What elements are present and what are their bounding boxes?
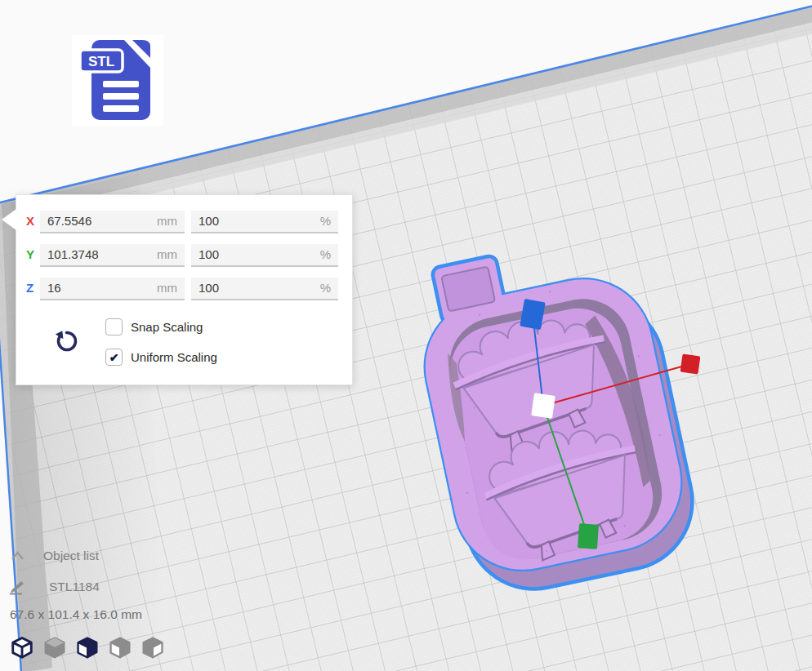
cube-front-view-icon xyxy=(42,636,67,660)
z-percent-field[interactable]: 100 % xyxy=(191,278,338,300)
rotate-ccw-reset-icon xyxy=(53,327,81,355)
snap-scaling-row: Snap Scaling xyxy=(105,318,203,336)
y-percent-unit: % xyxy=(320,247,331,261)
object-item-name: STL1184 xyxy=(49,580,100,594)
snap-scaling-label: Snap Scaling xyxy=(131,320,203,334)
view-front-button[interactable] xyxy=(41,635,68,663)
uniform-scaling-row: ✔ Uniform Scaling xyxy=(105,349,217,366)
z-percent-unit: % xyxy=(320,281,331,295)
object-list-toggle[interactable]: Object list xyxy=(10,549,99,563)
object-list-item[interactable]: STL1184 xyxy=(8,578,100,596)
z-size-field[interactable]: 16 mm xyxy=(40,278,185,300)
scale-handle-y[interactable] xyxy=(578,523,599,549)
x-percent-field[interactable]: 100 % xyxy=(191,211,338,233)
scale-handle-center[interactable] xyxy=(531,393,555,418)
y-size-field[interactable]: 101.3748 mm xyxy=(40,244,185,267)
x-percent-unit: % xyxy=(320,214,331,228)
object-list-label: Object list xyxy=(43,549,99,563)
panel-pointer-arrow xyxy=(2,209,16,230)
checkmark-icon: ✔ xyxy=(109,352,119,363)
reset-scale-button[interactable] xyxy=(53,327,81,355)
x-axis-label: X xyxy=(26,214,41,228)
snap-scaling-checkbox[interactable] xyxy=(105,318,123,336)
x-size-unit: mm xyxy=(157,214,177,228)
uniform-scaling-checkbox[interactable]: ✔ xyxy=(105,349,123,366)
scale-handle-x[interactable] xyxy=(680,354,701,375)
stl-badge-text: STL xyxy=(88,54,114,69)
y-size-unit: mm xyxy=(157,247,177,261)
application-viewport: STL X 67.5546 mm 100 % Y 101.3748 mm xyxy=(0,0,812,671)
cube-right-view-icon xyxy=(141,636,165,660)
scale-row-x: X 67.5546 mm 100 % xyxy=(16,211,352,233)
view-right-button[interactable] xyxy=(139,635,166,663)
view-3d-button[interactable] xyxy=(8,635,35,663)
cube-top-view-icon xyxy=(75,636,100,660)
uniform-scaling-label: Uniform Scaling xyxy=(131,350,217,364)
scale-tool-panel: X 67.5546 mm 100 % Y 101.3748 mm 100 % Z xyxy=(16,194,353,385)
chevron-up-icon xyxy=(10,550,25,562)
view-left-button[interactable] xyxy=(106,635,133,663)
y-percent-field[interactable]: 100 % xyxy=(191,244,338,267)
cube-3d-view-icon xyxy=(10,636,34,660)
view-top-button[interactable] xyxy=(74,635,100,663)
camera-view-toolbar xyxy=(8,635,166,663)
scale-row-y: Y 101.3748 mm 100 % xyxy=(16,244,352,267)
stl-file-icon: STL xyxy=(78,38,157,123)
stl-file-thumbnail: STL xyxy=(72,35,163,126)
y-axis-label: Y xyxy=(26,247,41,261)
z-axis-label: Z xyxy=(26,281,41,295)
model-dimensions-label: 67.6 x 101.4 x 16.0 mm xyxy=(10,607,142,622)
x-size-field[interactable]: 67.5546 mm xyxy=(40,211,185,233)
cube-left-view-icon xyxy=(108,636,132,660)
z-size-unit: mm xyxy=(157,281,177,295)
edit-pencil-icon xyxy=(8,578,28,596)
scale-row-z: Z 16 mm 100 % xyxy=(16,278,352,300)
